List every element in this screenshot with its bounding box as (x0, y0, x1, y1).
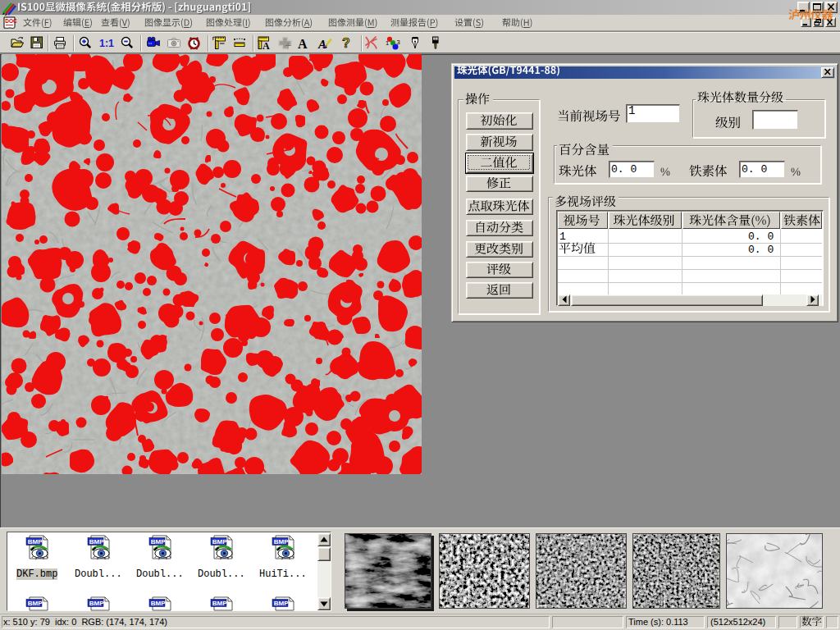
svg-text:DOC: DOC (5, 18, 17, 24)
svg-text:1: 1 (386, 39, 389, 47)
svg-text:BMP: BMP (28, 600, 43, 607)
svg-text:BMP: BMP (28, 538, 43, 546)
svg-text:1:1: 1:1 (99, 38, 114, 49)
svg-text:A: A (317, 38, 326, 51)
svg-text:?: ? (342, 36, 350, 50)
svg-text:a: a (391, 40, 395, 46)
svg-text:BMP: BMP (274, 600, 289, 607)
svg-text:A: A (262, 40, 270, 52)
svg-text:BMP: BMP (89, 538, 104, 546)
svg-text:BMP: BMP (89, 600, 104, 607)
svg-text:BMP: BMP (274, 538, 289, 546)
svg-text:BMP: BMP (151, 538, 166, 546)
svg-text:A: A (298, 37, 308, 51)
svg-text:3: 3 (397, 39, 400, 46)
svg-text:BMP: BMP (212, 538, 227, 546)
svg-text:BMP: BMP (151, 600, 166, 607)
svg-text:BMP: BMP (212, 600, 227, 607)
